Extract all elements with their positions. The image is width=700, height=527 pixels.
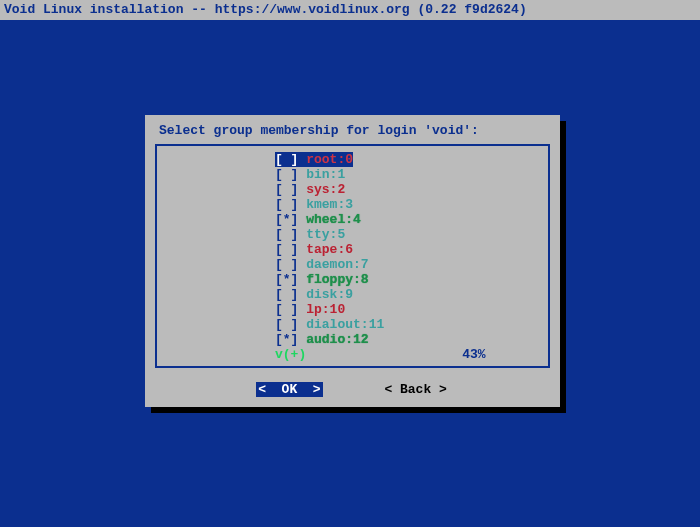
group-item[interactable]: [ ] sys:2 — [165, 182, 540, 197]
checkbox[interactable]: [ ] — [275, 287, 306, 302]
checkbox[interactable]: [*] — [275, 272, 306, 287]
group-name: disk:9 — [306, 287, 353, 302]
window-title: Void Linux installation -- https://www.v… — [0, 0, 700, 20]
group-name: kmem:3 — [306, 197, 353, 212]
group-name: sys:2 — [306, 182, 345, 197]
group-name: tape:6 — [306, 242, 353, 257]
scroll-indicator-row: v(+) 43% — [165, 347, 540, 362]
scroll-percent: 43% — [462, 347, 485, 362]
checkbox[interactable]: [ ] — [275, 257, 306, 272]
group-item[interactable]: [ ] kmem:3 — [165, 197, 540, 212]
group-item[interactable]: [ ] lp:10 — [165, 302, 540, 317]
scroll-more-indicator: v(+) — [275, 347, 306, 362]
dialog-buttons: < OK > < Back > — [155, 382, 550, 397]
screen: Void Linux installation -- https://www.v… — [0, 0, 700, 527]
group-name: root:0 — [306, 152, 353, 167]
checkbox[interactable]: [ ] — [275, 227, 306, 242]
group-item[interactable]: [ ] daemon:7 — [165, 257, 540, 272]
group-item[interactable]: [ ] tape:6 — [165, 242, 540, 257]
dialog-prompt: Select group membership for login 'void'… — [155, 121, 550, 144]
group-membership-dialog: Select group membership for login 'void'… — [145, 115, 560, 407]
group-item[interactable]: [ ] root:0 — [165, 152, 540, 167]
group-name: tty:5 — [306, 227, 345, 242]
group-name: floppy:8 — [306, 272, 368, 287]
checkbox[interactable]: [ ] — [275, 302, 306, 317]
checkbox[interactable]: [ ] — [275, 167, 306, 182]
group-name: bin:1 — [306, 167, 345, 182]
group-item[interactable]: [*] floppy:8 — [165, 272, 540, 287]
group-item[interactable]: [*] wheel:4 — [165, 212, 540, 227]
group-name: audio:12 — [306, 332, 368, 347]
group-name: lp:10 — [306, 302, 345, 317]
ok-button[interactable]: < OK > — [256, 382, 322, 397]
checkbox[interactable]: [ ] — [275, 317, 306, 332]
group-name: dialout:11 — [306, 317, 384, 332]
checkbox[interactable]: [*] — [275, 332, 306, 347]
checkbox[interactable]: [ ] — [275, 242, 306, 257]
group-item[interactable]: [ ] tty:5 — [165, 227, 540, 242]
group-item[interactable]: [ ] dialout:11 — [165, 317, 540, 332]
checkbox[interactable]: [*] — [275, 212, 306, 227]
group-list[interactable]: [ ] root:0[ ] bin:1[ ] sys:2[ ] kmem:3[*… — [155, 144, 550, 368]
group-name: daemon:7 — [306, 257, 368, 272]
group-item[interactable]: [ ] bin:1 — [165, 167, 540, 182]
checkbox[interactable]: [ ] — [275, 152, 306, 167]
checkbox[interactable]: [ ] — [275, 197, 306, 212]
group-name: wheel:4 — [306, 212, 361, 227]
back-button[interactable]: < Back > — [382, 382, 448, 397]
spacer — [306, 347, 462, 362]
checkbox[interactable]: [ ] — [275, 182, 306, 197]
group-item[interactable]: [*] audio:12 — [165, 332, 540, 347]
group-item[interactable]: [ ] disk:9 — [165, 287, 540, 302]
